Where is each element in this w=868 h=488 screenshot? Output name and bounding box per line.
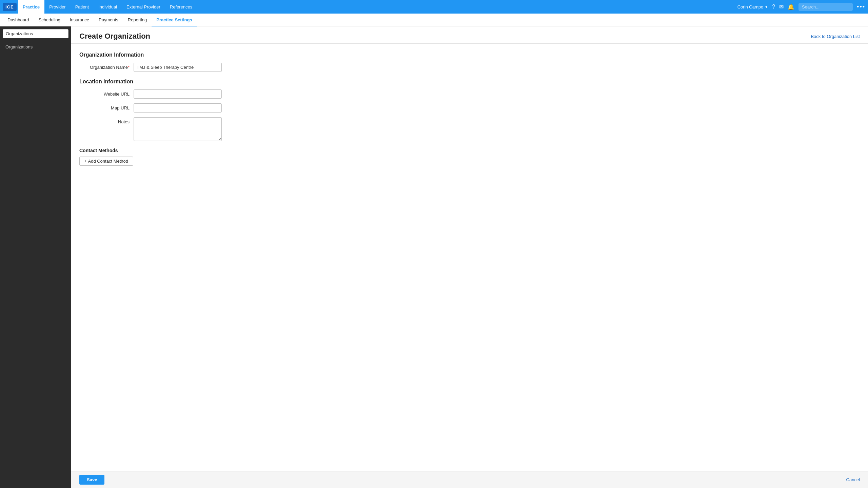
subnav-dashboard[interactable]: Dashboard [3, 14, 34, 26]
more-options-icon[interactable]: ••• [857, 3, 865, 11]
notes-textarea[interactable] [134, 117, 222, 141]
nav-item-individual[interactable]: Individual [94, 0, 122, 14]
website-url-label: Website URL [79, 89, 134, 97]
help-icon[interactable]: ? [772, 4, 775, 10]
content-header: Create Organization Back to Organization… [71, 26, 868, 44]
subnav-payments[interactable]: Payments [94, 14, 123, 26]
nav-item-references[interactable]: References [165, 0, 197, 14]
mail-icon[interactable]: ✉ [779, 4, 784, 10]
map-url-input[interactable] [134, 103, 222, 113]
user-menu[interactable]: Corin Campo ▼ [737, 4, 768, 9]
website-url-input[interactable] [134, 89, 222, 99]
add-contact-method-button[interactable]: + Add Contact Method [79, 157, 133, 166]
subnav-reporting[interactable]: Reporting [123, 14, 152, 26]
sub-navigation: Dashboard Scheduling Insurance Payments … [0, 14, 868, 26]
form-area: Organization Information Organization Na… [71, 44, 868, 471]
search-input[interactable] [798, 3, 853, 11]
top-navigation: ICE Practice Provider Patient Individual… [0, 0, 868, 14]
nav-item-provider[interactable]: Provider [44, 0, 70, 14]
required-indicator: * [128, 65, 130, 70]
footer-bar: Save Cancel [71, 471, 868, 488]
nav-item-practice[interactable]: Practice [18, 0, 45, 14]
org-name-row: Organization Name* [79, 63, 860, 72]
top-nav-right: Corin Campo ▼ ? ✉ 🔔 ••• [737, 3, 865, 11]
nav-item-external-provider[interactable]: External Provider [122, 0, 165, 14]
org-name-label: Organization Name* [79, 63, 134, 70]
subnav-insurance[interactable]: Insurance [65, 14, 94, 26]
contact-methods-section: Contact Methods + Add Contact Method [79, 148, 860, 166]
notes-label: Notes [79, 117, 134, 124]
page-title: Create Organization [79, 32, 150, 41]
nav-item-patient[interactable]: Patient [71, 0, 94, 14]
save-button[interactable]: Save [79, 475, 104, 485]
subnav-scheduling[interactable]: Scheduling [34, 14, 65, 26]
user-name: Corin Campo [737, 4, 764, 9]
bell-icon[interactable]: 🔔 [788, 4, 794, 10]
location-info-section-title: Location Information [79, 79, 860, 85]
org-info-section-title: Organization Information [79, 52, 860, 58]
sidebar: Organizations Organizations [0, 26, 71, 488]
back-to-organization-list-link[interactable]: Back to Organization List [811, 34, 860, 39]
map-url-label: Map URL [79, 103, 134, 110]
sidebar-search-display: Organizations [3, 29, 68, 38]
content-area: Create Organization Back to Organization… [71, 26, 868, 488]
org-name-input[interactable] [134, 63, 222, 72]
cancel-link[interactable]: Cancel [846, 477, 860, 482]
subnav-practice-settings[interactable]: Practice Settings [152, 14, 197, 26]
app-logo: ICE [3, 3, 17, 11]
website-url-row: Website URL [79, 89, 860, 99]
contact-methods-title: Contact Methods [79, 148, 860, 153]
sidebar-item-organizations[interactable]: Organizations [0, 41, 71, 53]
notes-row: Notes [79, 117, 860, 141]
map-url-row: Map URL [79, 103, 860, 113]
main-layout: Organizations Organizations Create Organ… [0, 26, 868, 488]
user-dropdown-icon: ▼ [765, 5, 768, 9]
